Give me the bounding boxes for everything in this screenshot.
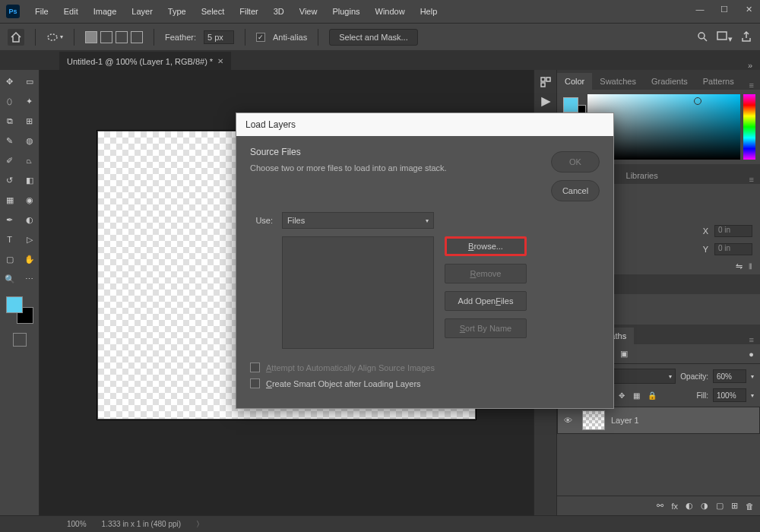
file-list[interactable] [282, 236, 434, 349]
cancel-button[interactable]: Cancel [551, 180, 600, 201]
group-icon[interactable]: ▢ [716, 501, 724, 511]
close-icon[interactable]: ✕ [743, 5, 754, 14]
layer-name[interactable]: Layer 1 [611, 416, 639, 425]
visibility-icon[interactable]: 👁 [564, 416, 576, 425]
auto-align-checkbox[interactable] [250, 363, 260, 372]
link-layers-icon[interactable]: ⚯ [657, 501, 663, 511]
lock-position-icon[interactable]: ✥ [616, 390, 627, 401]
crop-tool-icon[interactable]: ⧉ [3, 114, 17, 128]
menu-edit[interactable]: Edit [58, 4, 84, 19]
hue-slider[interactable] [743, 94, 755, 160]
pen-tool-icon[interactable]: ✒ [3, 213, 17, 226]
shape-tool-icon[interactable]: ▢ [3, 252, 17, 266]
tab-patterns[interactable]: Patterns [695, 73, 742, 90]
lock-artboard-icon[interactable]: ▦ [632, 390, 642, 401]
add-open-files-button[interactable]: Add Open Files [445, 291, 527, 311]
panel-menu-icon[interactable]: ≡ [749, 335, 754, 344]
history-brush-icon[interactable]: ↺ [3, 173, 17, 187]
use-select[interactable]: Files▾ [282, 212, 434, 229]
menu-window[interactable]: Window [369, 4, 411, 19]
selection-add-icon[interactable] [100, 31, 112, 43]
minimize-icon[interactable]: — [695, 5, 705, 14]
fx-icon[interactable]: fx [671, 502, 678, 511]
layer-thumbnail[interactable] [582, 410, 605, 430]
select-and-mask-button[interactable]: Select and Mask... [329, 29, 418, 46]
quick-mask-icon[interactable] [13, 333, 27, 347]
menu-file[interactable]: File [29, 4, 55, 19]
wand-tool-icon[interactable]: ✦ [23, 94, 36, 108]
antialias-checkbox[interactable] [256, 33, 265, 42]
smart-object-checkbox[interactable] [250, 378, 260, 388]
tab-gradients[interactable]: Gradients [644, 73, 695, 90]
filter-more-icon[interactable]: ● [749, 350, 754, 359]
screen-mode-icon[interactable]: ▾ [716, 30, 733, 44]
eyedropper-tool-icon[interactable]: ✎ [3, 134, 17, 147]
menu-3d[interactable]: 3D [268, 4, 290, 19]
tabs-overflow-icon[interactable]: » [748, 61, 752, 70]
tab-close-icon[interactable]: ✕ [217, 57, 223, 65]
color-swatches[interactable] [6, 296, 33, 324]
mask-icon[interactable]: ◐ [686, 501, 693, 511]
stamp-tool-icon[interactable]: ⏢ [23, 154, 36, 167]
zoom-level[interactable]: 100% [67, 520, 87, 528]
browse-button[interactable]: Browse... [445, 236, 527, 256]
marquee-tool-icon[interactable]: ▭ [23, 74, 36, 88]
blur-tool-icon[interactable]: ◉ [23, 193, 36, 207]
menu-layer[interactable]: Layer [125, 4, 159, 19]
search-icon[interactable] [696, 30, 708, 44]
tab-color[interactable]: Color [557, 73, 592, 90]
brush-tool-icon[interactable]: ✐ [3, 154, 17, 167]
zoom-tool-icon[interactable]: 🔍 [3, 272, 17, 286]
panel-menu-icon[interactable]: ≡ [749, 175, 754, 184]
ok-button[interactable]: OK [551, 151, 600, 173]
mini-fg-swatch[interactable] [563, 97, 578, 112]
share-icon[interactable] [740, 30, 752, 44]
tool-preset-dropdown[interactable]: ▾ [46, 31, 63, 43]
menu-image[interactable]: Image [87, 4, 123, 19]
foreground-color-swatch[interactable] [6, 296, 23, 313]
tab-swatches[interactable]: Swatches [592, 73, 644, 90]
delete-layer-icon[interactable]: 🗑 [746, 502, 754, 511]
fill-input[interactable] [713, 388, 746, 402]
lasso-tool-icon[interactable]: ⬯ [3, 94, 17, 108]
adjustment-layer-icon[interactable]: ◑ [701, 501, 708, 511]
prop-y-input[interactable]: 0 in [714, 243, 752, 255]
move-tool-icon[interactable]: ✥ [3, 74, 17, 88]
panel-menu-icon[interactable]: ≡ [749, 81, 754, 90]
selection-subtract-icon[interactable] [116, 31, 128, 43]
more-tools-icon[interactable]: ⋯ [23, 272, 36, 286]
type-tool-icon[interactable]: T [3, 233, 17, 246]
menu-plugins[interactable]: Plugins [326, 4, 366, 19]
flip-h-icon[interactable]: ⇋ [736, 261, 743, 271]
eraser-tool-icon[interactable]: ◧ [23, 173, 36, 187]
rail-icon-2[interactable] [540, 96, 552, 109]
feather-input[interactable] [204, 30, 234, 44]
info-chevron-icon[interactable]: 〉 [196, 519, 204, 530]
layer-item[interactable]: 👁 Layer 1 [557, 407, 760, 434]
filter-smart-icon[interactable]: ▣ [620, 349, 628, 359]
menu-help[interactable]: Help [414, 4, 444, 19]
remove-button[interactable]: Remove [445, 264, 527, 283]
menu-type[interactable]: Type [162, 4, 192, 19]
align-menu-icon[interactable]: ⫴ [749, 261, 752, 271]
dodge-tool-icon[interactable]: ◐ [23, 213, 36, 226]
heal-tool-icon[interactable]: ◍ [23, 134, 36, 147]
prop-x-input[interactable]: 0 in [714, 225, 752, 237]
menu-select[interactable]: Select [195, 4, 231, 19]
color-picker-dot[interactable] [694, 97, 701, 105]
menu-view[interactable]: View [293, 4, 324, 19]
new-layer-icon[interactable]: ⊞ [731, 501, 738, 511]
sort-by-name-button[interactable]: Sort By Name [445, 318, 527, 338]
hand-tool-icon[interactable]: ✋ [23, 252, 36, 266]
selection-intersect-icon[interactable] [131, 31, 143, 43]
gradient-tool-icon[interactable]: ▦ [3, 193, 17, 207]
home-icon[interactable] [8, 29, 24, 46]
lock-all-icon[interactable]: 🔒 [647, 390, 657, 401]
frame-tool-icon[interactable]: ⊞ [23, 114, 36, 128]
rail-icon-1[interactable] [540, 76, 552, 90]
selection-new-icon[interactable] [85, 31, 97, 43]
tab-libraries[interactable]: Libraries [619, 167, 666, 184]
path-select-icon[interactable]: ▷ [23, 233, 36, 246]
opacity-input[interactable] [713, 369, 746, 383]
document-tab[interactable]: Untitled-1 @ 100% (Layer 1, RGB/8#) * ✕ [59, 52, 231, 70]
